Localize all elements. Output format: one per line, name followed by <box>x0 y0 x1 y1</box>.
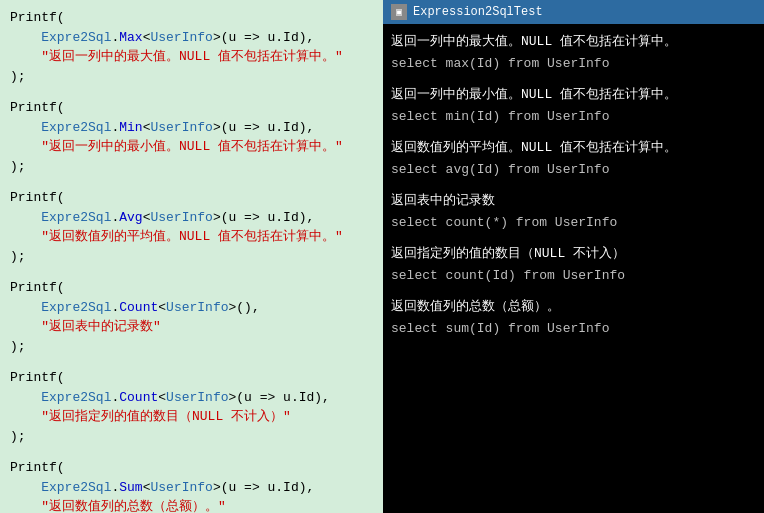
console-panel: ▣ Expression2SqlTest 返回一列中的最大值。NULL 值不包括… <box>383 0 764 513</box>
code-block-sum: Printf( Expre2Sql.Sum<UserInfo>(u => u.I… <box>10 458 373 513</box>
console-sql: select avg(Id) from UserInfo <box>391 160 756 180</box>
window-title: Expression2SqlTest <box>413 5 543 19</box>
title-bar: ▣ Expression2SqlTest <box>383 0 764 24</box>
code-block-count-all: Printf( Expre2Sql.Count<UserInfo>(), "返回… <box>10 278 373 356</box>
line: ); <box>10 157 373 177</box>
console-section-count-all: 返回表中的记录数 select count(*) from UserInfo <box>391 191 756 232</box>
line: Expre2Sql.Max<UserInfo>(u => u.Id), <box>10 28 373 48</box>
line: "返回数值列的平均值。NULL 值不包括在计算中。" <box>10 227 373 247</box>
line: Printf( <box>10 98 373 118</box>
line: "返回一列中的最大值。NULL 值不包括在计算中。" <box>10 47 373 67</box>
console-sql: select count(*) from UserInfo <box>391 213 756 233</box>
console-section-avg: 返回数值列的平均值。NULL 值不包括在计算中。 select avg(Id) … <box>391 138 756 179</box>
line: "返回指定列的值的数目（NULL 不计入）" <box>10 407 373 427</box>
console-section-min: 返回一列中的最小值。NULL 值不包括在计算中。 select min(Id) … <box>391 85 756 126</box>
console-sql: select sum(Id) from UserInfo <box>391 319 756 339</box>
code-block-count-id: Printf( Expre2Sql.Count<UserInfo>(u => u… <box>10 368 373 446</box>
line: Expre2Sql.Count<UserInfo>(u => u.Id), <box>10 388 373 408</box>
line: Printf( <box>10 188 373 208</box>
line: Printf( <box>10 458 373 478</box>
console-comment: 返回指定列的值的数目（NULL 不计入） <box>391 244 756 264</box>
console-comment: 返回一列中的最大值。NULL 值不包括在计算中。 <box>391 32 756 52</box>
console-section-count-id: 返回指定列的值的数目（NULL 不计入） select count(Id) fr… <box>391 244 756 285</box>
console-output: 返回一列中的最大值。NULL 值不包括在计算中。 select max(Id) … <box>383 24 764 513</box>
line: "返回一列中的最小值。NULL 值不包括在计算中。" <box>10 137 373 157</box>
console-section-max: 返回一列中的最大值。NULL 值不包括在计算中。 select max(Id) … <box>391 32 756 73</box>
code-block-min: Printf( Expre2Sql.Min<UserInfo>(u => u.I… <box>10 98 373 176</box>
console-comment: 返回数值列的平均值。NULL 值不包括在计算中。 <box>391 138 756 158</box>
line: Expre2Sql.Sum<UserInfo>(u => u.Id), <box>10 478 373 498</box>
code-editor: Printf( Expre2Sql.Max<UserInfo>(u => u.I… <box>0 0 383 513</box>
line: ); <box>10 337 373 357</box>
console-comment: 返回表中的记录数 <box>391 191 756 211</box>
console-sql: select count(Id) from UserInfo <box>391 266 756 286</box>
code-block-max: Printf( Expre2Sql.Max<UserInfo>(u => u.I… <box>10 8 373 86</box>
line: Printf( <box>10 368 373 388</box>
console-section-sum: 返回数值列的总数（总额）。 select sum(Id) from UserIn… <box>391 297 756 338</box>
console-sql: select min(Id) from UserInfo <box>391 107 756 127</box>
line: Expre2Sql.Avg<UserInfo>(u => u.Id), <box>10 208 373 228</box>
line: ); <box>10 247 373 267</box>
line: Expre2Sql.Count<UserInfo>(), <box>10 298 373 318</box>
line: Printf( <box>10 8 373 28</box>
line: ); <box>10 427 373 447</box>
console-sql: select max(Id) from UserInfo <box>391 54 756 74</box>
line: Expre2Sql.Min<UserInfo>(u => u.Id), <box>10 118 373 138</box>
line: "返回数值列的总数（总额）。" <box>10 497 373 513</box>
console-comment: 返回数值列的总数（总额）。 <box>391 297 756 317</box>
line: Printf( <box>10 278 373 298</box>
line: ); <box>10 67 373 87</box>
app-icon: ▣ <box>391 4 407 20</box>
line: "返回表中的记录数" <box>10 317 373 337</box>
console-comment: 返回一列中的最小值。NULL 值不包括在计算中。 <box>391 85 756 105</box>
code-block-avg: Printf( Expre2Sql.Avg<UserInfo>(u => u.I… <box>10 188 373 266</box>
